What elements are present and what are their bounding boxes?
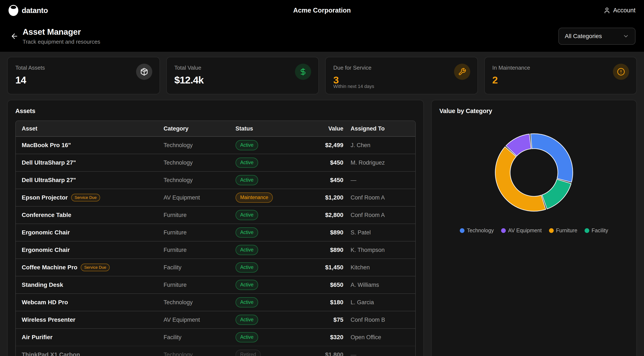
asset-cell: Coffee Machine ProService Due [16, 264, 164, 271]
status-cell: Active [236, 158, 292, 168]
service-due-chip: Service Due [81, 264, 110, 271]
table-row: Webcam HD ProTechnologyActive$180L. Garc… [16, 294, 415, 311]
stat-icon-circle [136, 64, 152, 80]
chart-panel-title: Value by Category [439, 108, 629, 114]
stat-note: Within next 14 days [333, 84, 374, 89]
value-cell: $2,499 [291, 142, 343, 148]
status-cell: Active [236, 175, 292, 185]
assigned-cell: K. Thompson [343, 247, 415, 253]
stat-label: Total Value [174, 64, 311, 71]
account-button[interactable]: Account [604, 7, 636, 14]
assigned-cell: Kitchen [343, 264, 415, 271]
value-cell: $890 [291, 229, 343, 236]
status-cell: Active [236, 228, 292, 238]
category-cell: Furniture [164, 212, 236, 218]
assigned-cell: Conf Room B [343, 316, 415, 323]
service-due-chip: Service Due [71, 194, 100, 202]
wrench-icon [458, 68, 466, 76]
package-icon [140, 68, 148, 76]
alert-circle-icon [617, 68, 625, 76]
value-cell: $1,200 [291, 194, 343, 201]
asset-cell: Ergonomic Chair [16, 246, 164, 253]
category-cell: Facility [164, 334, 236, 341]
table-row: Coffee Machine ProService DueFacilityAct… [16, 258, 415, 276]
legend-label: AV Equipment [508, 228, 542, 234]
stat-value: 2 [492, 74, 629, 86]
column-header: Category [164, 126, 236, 132]
legend-dot [584, 228, 589, 233]
status-badge: Active [236, 210, 258, 220]
datanto-logo-icon [8, 5, 18, 16]
category-cell: Technology [164, 160, 236, 166]
company-title: Acme Corporation [0, 6, 644, 14]
dollar-icon [299, 68, 307, 76]
status-badge: Active [236, 332, 258, 342]
category-cell: Technology [164, 352, 236, 356]
column-header: Asset [16, 126, 164, 132]
assigned-cell: S. Patel [343, 229, 415, 236]
asset-name: Ergonomic Chair [22, 246, 70, 253]
legend-item: AV Equipment [501, 228, 542, 234]
status-badge: Maintenance [236, 192, 273, 203]
table-row: Air PurifierFacilityActive$320Open Offic… [16, 328, 415, 346]
account-label: Account [613, 7, 636, 14]
chart-body: TechnologyAV EquipmentFurnitureFacility [439, 132, 629, 234]
status-cell: Active [236, 332, 292, 342]
chevron-down-icon [623, 33, 629, 40]
stat-label: Total Assets [15, 64, 152, 71]
user-icon [604, 7, 610, 14]
status-badge: Retired [236, 350, 261, 356]
donut-segment-furniture [495, 147, 546, 211]
table-body: MacBook Pro 16"TechnologyActive$2,499J. … [16, 137, 415, 356]
page-title: Asset Manager [22, 27, 100, 37]
asset-cell: Dell UltraSharp 27" [16, 159, 164, 166]
legend-item: Technology [460, 228, 494, 234]
stat-card: Total Assets14 [7, 57, 160, 94]
category-cell: Furniture [164, 229, 236, 236]
stat-card: Due for Service3Within next 14 days [325, 57, 478, 94]
status-badge: Active [236, 158, 258, 168]
legend-label: Facility [592, 228, 608, 234]
page-header: Asset Manager Track equipment and resour… [0, 21, 644, 52]
legend-dot [549, 228, 554, 233]
category-cell: Furniture [164, 282, 236, 288]
category-cell: AV Equipment [164, 194, 236, 201]
legend-dot [460, 228, 464, 233]
table-row: Standing DeskFurnitureActive$650A. Willi… [16, 276, 415, 294]
status-cell: Active [236, 315, 292, 325]
back-button[interactable] [8, 30, 20, 42]
asset-cell: Wireless Presenter [16, 316, 164, 323]
column-header: Value [291, 126, 343, 132]
assigned-cell: — [343, 352, 415, 356]
asset-cell: Standing Desk [16, 282, 164, 288]
brand-logo[interactable]: datanto [8, 5, 48, 16]
donut-segment-technology [531, 134, 573, 182]
status-cell: Active [236, 245, 292, 255]
panels-row: Assets AssetCategoryStatusValueAssigned … [7, 100, 637, 356]
stat-icon-circle [454, 64, 470, 80]
stat-value: 14 [15, 74, 152, 86]
table-row: ThinkPad X1 CarbonTechnologyRetired$1,80… [16, 346, 415, 356]
table-row: Epson ProjectorService DueAV EquipmentMa… [16, 189, 415, 206]
asset-name: Conference Table [22, 212, 71, 218]
status-badge: Active [236, 315, 258, 325]
asset-name: Ergonomic Chair [22, 229, 70, 236]
asset-name: Air Purifier [22, 334, 52, 341]
asset-cell: Dell UltraSharp 27" [16, 177, 164, 184]
asset-name: ThinkPad X1 Carbon [22, 351, 80, 356]
category-filter-dropdown[interactable]: All Categories [558, 28, 636, 45]
assigned-cell: M. Rodriguez [343, 160, 415, 166]
status-cell: Active [236, 140, 292, 150]
asset-name: MacBook Pro 16" [22, 142, 71, 148]
value-by-category-donut-chart [439, 132, 629, 213]
asset-name: Standing Desk [22, 282, 63, 288]
asset-name: Coffee Machine Pro [22, 264, 77, 271]
status-badge: Active [236, 228, 258, 238]
status-badge: Active [236, 140, 258, 150]
value-cell: $450 [291, 159, 343, 166]
stat-icon-circle [295, 64, 311, 80]
asset-cell: Conference Table [16, 212, 164, 218]
asset-name: Dell UltraSharp 27" [22, 177, 76, 184]
category-cell: AV Equipment [164, 316, 236, 323]
value-by-category-panel: Value by Category TechnologyAV Equipment… [431, 100, 637, 356]
